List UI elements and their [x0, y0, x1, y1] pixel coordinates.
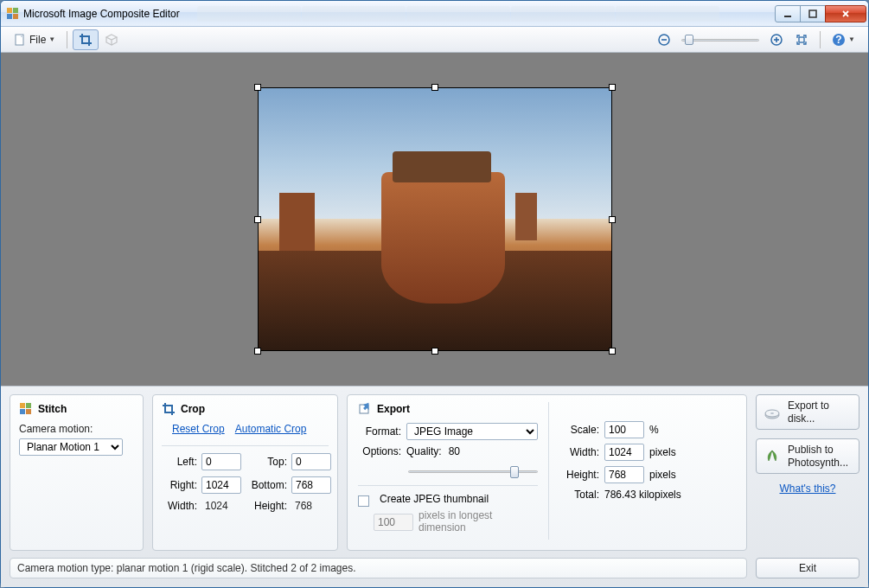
- options-label: Options:: [358, 445, 401, 457]
- export-to-disk-label: Export to disk...: [788, 399, 852, 425]
- crop-selection[interactable]: [258, 87, 612, 351]
- cube-icon: [105, 33, 118, 47]
- svg-rect-18: [26, 409, 31, 414]
- height-input[interactable]: [604, 466, 644, 483]
- file-menu-label: File: [29, 34, 46, 46]
- svg-rect-12: [799, 37, 804, 42]
- titlebar: Microsoft Image Composite Editor: [1, 1, 868, 27]
- crop-handle-br[interactable]: [609, 348, 616, 355]
- format-label: Format:: [358, 425, 401, 438]
- total-value: 786.43 kilopixels: [604, 489, 681, 501]
- automatic-crop-link[interactable]: Automatic Crop: [235, 423, 307, 435]
- crop-title: Crop: [181, 403, 205, 415]
- zoom-in-button[interactable]: [764, 29, 789, 50]
- crop-top-input[interactable]: [291, 453, 331, 470]
- app-title: Microsoft Image Composite Editor: [23, 8, 180, 20]
- export-to-disk-button[interactable]: Export to disk...: [756, 394, 859, 430]
- crop-right-label: Right:: [162, 479, 201, 491]
- svg-rect-3: [13, 14, 18, 19]
- svg-rect-2: [7, 14, 12, 19]
- crop-handle-tl[interactable]: [254, 84, 261, 91]
- export-title: Export: [377, 403, 410, 415]
- stitch-icon: [19, 402, 33, 416]
- crop-right-input[interactable]: [201, 476, 241, 494]
- close-button[interactable]: [825, 5, 866, 22]
- svg-rect-0: [7, 8, 12, 13]
- height-unit: pixels: [649, 469, 676, 481]
- crop-bottom-input[interactable]: [291, 476, 331, 494]
- scale-input[interactable]: [604, 421, 644, 438]
- crop-handle-t[interactable]: [431, 84, 438, 91]
- svg-rect-1: [13, 8, 18, 13]
- crop-handle-l[interactable]: [254, 216, 261, 223]
- photosynth-icon: [764, 448, 781, 465]
- help-icon: ?: [832, 33, 846, 47]
- crop-handle-tr[interactable]: [609, 84, 616, 91]
- quality-label: Quality:: [406, 445, 442, 457]
- create-thumbnail-label: Create JPEG thumbnail: [380, 493, 489, 505]
- status-text: Camera motion type: planar motion 1 (rig…: [17, 562, 356, 574]
- stitch-title: Stitch: [38, 403, 67, 415]
- svg-rect-5: [809, 10, 816, 17]
- svg-rect-11: [776, 37, 777, 42]
- scale-label: Scale:: [561, 424, 599, 436]
- background-tabs: [197, 6, 776, 22]
- width-unit: pixels: [649, 446, 676, 458]
- publish-photosynth-label: Publish to Photosynth...: [788, 444, 852, 469]
- crop-tool-button[interactable]: [73, 29, 99, 50]
- fit-icon: [795, 33, 808, 47]
- svg-rect-4: [784, 16, 791, 17]
- help-button[interactable]: ? ▼: [826, 29, 861, 50]
- exit-button[interactable]: Exit: [756, 558, 859, 578]
- chevron-down-icon: ▼: [848, 35, 855, 43]
- maximize-button[interactable]: [800, 5, 826, 22]
- thumbnail-size-input: [374, 514, 413, 531]
- crop-icon: [79, 33, 93, 47]
- crop-bottom-label: Bottom:: [246, 479, 291, 491]
- width-label: Width:: [561, 446, 599, 458]
- app-icon: [6, 7, 20, 21]
- crop-handle-r[interactable]: [609, 216, 616, 223]
- create-thumbnail-checkbox[interactable]: [358, 495, 369, 507]
- crop-handle-bl[interactable]: [254, 348, 261, 355]
- crop-icon: [162, 402, 176, 416]
- crop-height-label: Height:: [246, 500, 291, 512]
- stitch-panel: Stitch Camera motion: Planar Motion 1: [10, 394, 144, 551]
- canvas-area[interactable]: [1, 53, 868, 386]
- export-icon: [358, 402, 372, 416]
- crop-width-value: 1024: [201, 500, 246, 512]
- reset-crop-link[interactable]: Reset Crop: [172, 423, 225, 435]
- camera-motion-select[interactable]: Planar Motion 1: [19, 438, 123, 456]
- format-select[interactable]: JPEG Image: [406, 423, 538, 440]
- zoom-out-button[interactable]: [652, 29, 676, 50]
- quality-slider[interactable]: [408, 463, 538, 480]
- crop-handle-b[interactable]: [431, 348, 438, 355]
- plus-circle-icon: [770, 34, 783, 46]
- disk-icon: [764, 404, 781, 421]
- thumbnail-size-unit: pixels in longest dimension: [419, 510, 538, 534]
- document-icon: [14, 34, 26, 46]
- side-actions: Export to disk... Publish to Photosynth.…: [756, 394, 859, 551]
- svg-rect-17: [20, 409, 25, 414]
- crop-width-label: Width:: [162, 500, 201, 512]
- app-window: Microsoft Image Composite Editor File ▼: [0, 0, 869, 588]
- crop-left-input[interactable]: [201, 453, 241, 470]
- width-input[interactable]: [604, 444, 644, 461]
- svg-text:?: ?: [835, 34, 841, 46]
- zoom-slider[interactable]: [681, 32, 759, 48]
- svg-rect-16: [26, 403, 31, 408]
- fit-screen-button[interactable]: [789, 29, 815, 50]
- svg-rect-8: [661, 39, 667, 41]
- bottom-area: Stitch Camera motion: Planar Motion 1 Cr…: [1, 386, 868, 587]
- whats-this-link[interactable]: What's this?: [780, 483, 836, 495]
- toolbar: File ▼ ? ▼: [1, 27, 868, 53]
- rotate3d-button[interactable]: [99, 29, 125, 50]
- publish-photosynth-button[interactable]: Publish to Photosynth...: [756, 438, 859, 474]
- quality-value: 80: [449, 445, 460, 457]
- scale-unit: %: [649, 424, 659, 436]
- svg-point-22: [770, 412, 774, 414]
- crop-panel: Crop Reset Crop Automatic Crop Left: Top…: [152, 394, 338, 551]
- minimize-button[interactable]: [775, 5, 801, 22]
- svg-rect-15: [20, 403, 25, 408]
- file-menu-button[interactable]: File ▼: [8, 29, 61, 50]
